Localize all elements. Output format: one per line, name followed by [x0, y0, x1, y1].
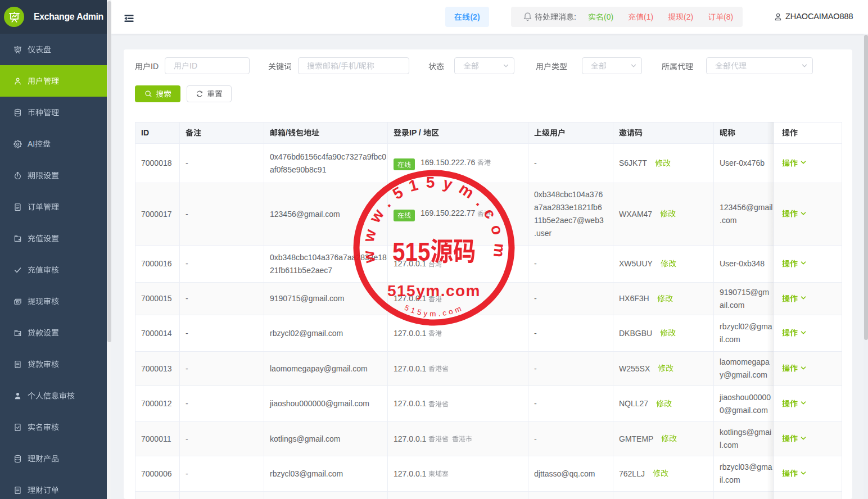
svg-text:515ym.com: 515ym.com	[403, 303, 464, 318]
svg-text:www.515ym.com: www.515ym.com	[359, 174, 509, 265]
svg-text:515: 515	[392, 237, 430, 266]
svg-text:515ym.com: 515ym.com	[387, 282, 481, 300]
